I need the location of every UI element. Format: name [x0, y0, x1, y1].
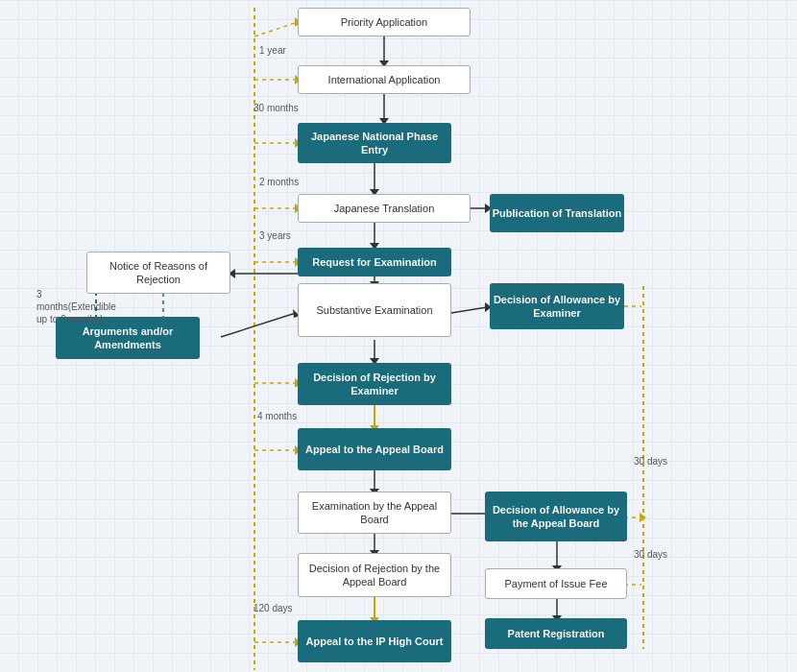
time-1-year: 1 year	[259, 45, 286, 56]
time-120-days: 120 days	[254, 603, 293, 613]
decision-rejection-appeal-box: Decision of Rejection by the Appeal Boar…	[298, 553, 451, 597]
patentreg-label: Patent Registration	[508, 627, 605, 640]
international-application-box: International Application	[298, 65, 471, 94]
national-label: Japanese National Phase Entry	[298, 130, 451, 157]
decallowappeal-label: Decision of Allowance by the Appeal Boar…	[485, 503, 627, 531]
intl-label: International Application	[328, 73, 441, 86]
decallowexam-label: Decision of Allowance by Examiner	[490, 293, 624, 321]
time-3-years: 3 years	[259, 230, 291, 241]
time-30-days-2: 30 days	[634, 549, 667, 560]
payment-label: Payment of Issue Fee	[505, 577, 608, 590]
publication-translation-box: Publication of Translation	[490, 194, 624, 232]
decrejexam-label: Decision of Rejection by Examiner	[298, 371, 451, 398]
appeal-board-box: Appeal to the Appeal Board	[298, 428, 451, 470]
jptrans-label: Japanese Translation	[334, 202, 435, 215]
payment-issue-fee-box: Payment of Issue Fee	[485, 568, 627, 599]
time-30-days-1: 30 days	[634, 456, 667, 467]
priority-label: Priority Application	[341, 15, 428, 29]
national-phase-box: Japanese National Phase Entry	[298, 123, 451, 163]
patent-registration-box: Patent Registration	[485, 618, 627, 649]
svg-line-44	[254, 22, 298, 36]
flowchart-diagram: Priority Application International Appli…	[0, 0, 797, 672]
decrejappeal-label: Decision of Rejection by the Appeal Boar…	[299, 562, 450, 589]
decision-allowance-appeal-box: Decision of Allowance by the Appeal Boar…	[485, 492, 627, 541]
request-examination-box: Request for Examination	[298, 248, 451, 276]
decision-allowance-examiner-box: Decision of Allowance by Examiner	[490, 283, 624, 329]
substantive-examination-box: Substantive Examination	[298, 283, 451, 337]
appealhigh-label: Appeal to the IP High Court	[306, 635, 444, 648]
appeal-high-court-box: Appeal to the IP High Court	[298, 620, 451, 662]
priority-application-box: Priority Application	[298, 8, 471, 36]
time-4-months: 4 months	[257, 411, 297, 421]
time-30-months: 30 months	[254, 103, 299, 113]
notice-rejection-box: Notice of Reasons of Rejection	[86, 252, 230, 294]
time-3-months: 3 months(Extendible up to 6 months)	[36, 288, 104, 325]
decision-rejection-examiner-box: Decision of Rejection by Examiner	[298, 363, 451, 405]
svg-line-18	[221, 313, 296, 337]
substexam-label: Substantive Examination	[316, 303, 432, 317]
time-2-months: 2 months	[259, 177, 299, 187]
reqexam-label: Request for Examination	[312, 255, 437, 269]
japanese-translation-box: Japanese Translation	[298, 194, 471, 223]
svg-line-20	[451, 307, 487, 313]
appeal-label: Appeal to the Appeal Board	[305, 443, 444, 456]
examappeal-label: Examination by the Appeal Board	[299, 499, 450, 527]
args-label: Arguments and/or Amendments	[56, 324, 200, 352]
pubtrans-label: Publication of Translation	[493, 206, 621, 220]
svg-marker-43	[640, 513, 646, 522]
notice-label: Notice of Reasons of Rejection	[87, 259, 229, 287]
examination-appeal-board-box: Examination by the Appeal Board	[298, 492, 451, 534]
